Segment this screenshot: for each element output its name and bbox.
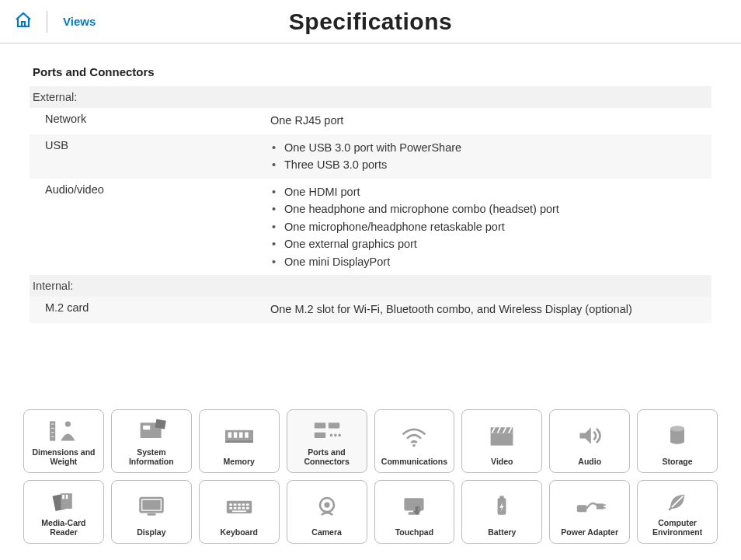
cylinder-icon [660, 415, 694, 457]
spec-row: USBOne USB 3.0 port with PowerShareThree… [30, 134, 711, 179]
spec-value-item: One USB 3.0 port with PowerShare [270, 139, 704, 156]
spec-value-item: Three USB 3.0 ports [270, 156, 704, 173]
tile-video[interactable]: Video [461, 409, 542, 473]
tile-adapter[interactable]: Power Adapter [549, 480, 630, 544]
spec-value: One M.2 slot for Wi-Fi, Bluetooth combo,… [263, 297, 711, 323]
svg-rect-11 [233, 432, 237, 437]
tile-touchpad[interactable]: Touchpad [374, 480, 455, 544]
svg-rect-10 [228, 432, 231, 437]
tile-battery[interactable]: Battery [461, 480, 542, 544]
svg-rect-15 [314, 423, 325, 428]
webcam-icon [310, 485, 344, 527]
spec-value-text: One M.2 slot for Wi-Fi, Bluetooth combo,… [270, 301, 704, 318]
svg-rect-39 [229, 503, 232, 506]
speaker-icon [572, 415, 607, 457]
spec-table: External:NetworkOne RJ45 portUSBOne USB … [30, 86, 711, 323]
group-label: External: [30, 86, 711, 108]
spec-label: USB [30, 134, 263, 179]
tile-label: Keyboard [220, 527, 257, 537]
svg-point-18 [329, 434, 332, 437]
spec-value: One USB 3.0 port with PowerShareThree US… [263, 134, 711, 179]
tile-label: Touchpad [395, 527, 433, 537]
spec-row: Audio/videoOne HDMI portOne headphone an… [30, 179, 711, 275]
tile-label: System Information [129, 447, 174, 466]
views-link[interactable]: Views [52, 15, 96, 28]
svg-rect-47 [242, 507, 245, 510]
svg-rect-17 [314, 433, 325, 438]
svg-rect-41 [238, 503, 241, 506]
header: Views Specifications [0, 0, 741, 43]
tile-comm[interactable]: Communications [374, 409, 455, 473]
svg-rect-34 [66, 495, 68, 499]
svg-point-5 [65, 421, 71, 426]
tile-label: Ports and Connectors [304, 447, 349, 466]
svg-rect-37 [147, 513, 155, 516]
chip-icon [134, 415, 169, 447]
monitor-icon [134, 485, 169, 527]
tile-storage[interactable]: Storage [637, 409, 718, 473]
svg-point-29 [670, 439, 684, 444]
svg-rect-56 [577, 505, 587, 512]
svg-rect-48 [246, 507, 249, 510]
touchpad-icon [397, 485, 431, 527]
tile-label: Camera [311, 527, 342, 537]
tile-row: Media-Card ReaderDisplayKeyboardCameraTo… [23, 480, 718, 544]
tile-keyboard[interactable]: Keyboard [199, 480, 280, 544]
tile-label: Display [137, 527, 165, 537]
spec-row: NetworkOne RJ45 port [30, 108, 711, 134]
header-divider [47, 11, 47, 33]
tile-row: Dimensions and WeightSystem InformationM… [23, 409, 718, 473]
nav-tiles: Dimensions and WeightSystem InformationM… [0, 409, 741, 551]
wifi-icon [397, 415, 431, 457]
tile-label: Video [491, 457, 513, 466]
spec-row: M.2 cardOne M.2 slot for Wi-Fi, Bluetoot… [30, 297, 711, 323]
svg-rect-45 [233, 507, 236, 510]
group-header: Internal: [30, 275, 711, 297]
tile-memory[interactable]: Memory [199, 409, 280, 473]
ram-icon [222, 415, 256, 457]
svg-rect-7 [155, 419, 165, 430]
adapter-icon [572, 485, 607, 527]
tile-label: Audio [578, 457, 601, 466]
tile-label: Battery [488, 527, 516, 537]
leaf-icon [660, 485, 694, 518]
tile-label: Dimensions and Weight [32, 447, 95, 466]
tile-dimensions[interactable]: Dimensions and Weight [23, 409, 104, 473]
tile-camera[interactable]: Camera [287, 480, 367, 544]
svg-rect-12 [239, 432, 243, 437]
svg-rect-36 [142, 500, 160, 510]
tile-audio[interactable]: Audio [549, 409, 630, 473]
ports-icon [310, 415, 344, 447]
svg-rect-44 [229, 507, 232, 510]
tile-env[interactable]: Computer Environment [637, 480, 718, 544]
tile-mediacard[interactable]: Media-Card Reader [23, 480, 104, 544]
spec-value-item: One external graphics port [270, 235, 704, 252]
home-button[interactable] [0, 11, 47, 33]
svg-rect-55 [500, 496, 504, 499]
tile-ports[interactable]: Ports and Connectors [287, 409, 367, 473]
svg-point-30 [670, 426, 684, 431]
svg-rect-52 [405, 498, 424, 510]
svg-rect-14 [225, 440, 253, 443]
svg-rect-13 [245, 432, 249, 437]
svg-rect-49 [232, 510, 246, 512]
section-title: Ports and Connectors [30, 65, 711, 78]
tile-display[interactable]: Display [111, 480, 192, 544]
clapper-icon [485, 415, 519, 457]
tile-sysinfo[interactable]: System Information [111, 409, 192, 473]
svg-rect-40 [233, 503, 236, 506]
tile-label: Power Adapter [561, 527, 618, 537]
group-header: External: [30, 86, 711, 108]
spec-label: Audio/video [30, 179, 263, 275]
home-icon [13, 11, 33, 33]
svg-rect-42 [242, 503, 245, 506]
svg-rect-46 [238, 507, 241, 510]
svg-rect-22 [491, 433, 513, 445]
svg-point-19 [334, 434, 337, 437]
tile-label: Computer Environment [652, 518, 702, 537]
keyboard-icon [222, 485, 256, 527]
page-title: Specifications [0, 9, 741, 35]
spec-value: One HDMI portOne headphone and microphon… [263, 179, 711, 275]
tile-label: Media-Card Reader [41, 518, 85, 537]
svg-rect-8 [143, 426, 150, 430]
